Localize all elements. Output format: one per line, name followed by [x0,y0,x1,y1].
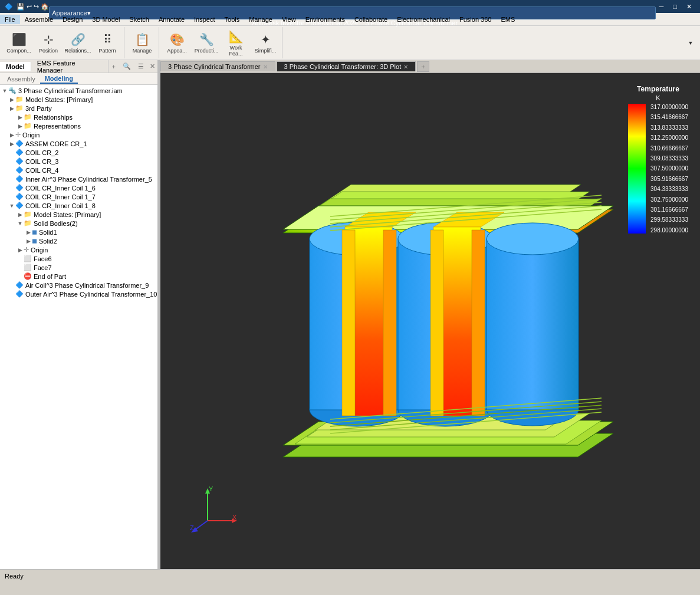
menu-annotate[interactable]: Annotate [154,15,189,24]
assembly-tabs: Assembly Modeling [0,73,157,85]
position-icon: ⊹ [44,32,54,47]
tree-item-coil-cr4[interactable]: 🔷 COIL CR_4 [0,166,157,175]
menu-view[interactable]: View [277,15,301,24]
toolbar-btn-production[interactable]: 🔧 Producti... [192,28,221,58]
tree-item-representations[interactable]: ▶ 📁 Representations [0,121,157,130]
legend-val-8: 304.33333333 [650,186,688,192]
tree-item-solid-bodies[interactable]: ▼ 📁 Solid Bodies(2) [0,219,157,228]
tree-item-model-states[interactable]: ▶ 📁 Model States: [Primary] [0,95,157,104]
face7-label: Face7 [34,264,52,271]
menu-design[interactable]: Design [58,15,87,24]
doc-tab-3dplot[interactable]: 3 Phase Cylindrical Transformer: 3D Plot… [277,61,416,71]
doc-tab-3dplot-close[interactable]: ✕ [403,64,408,70]
status-text: Ready [5,573,24,580]
tree-item-assem-core[interactable]: ▶ 🔷 ASSEM CORE CR_1 [0,139,157,148]
panel-close-icon[interactable]: ✕ [147,61,157,71]
menu-electromechanical[interactable]: Electromechanical [392,15,455,24]
part-icon-2: 🔷 [15,149,24,156]
tree-item-origin[interactable]: ▶ ✛ Origin [0,130,157,139]
toolbar-btn-manage[interactable]: 📋 Manage [128,28,156,58]
minimize-button[interactable]: ─ [656,3,668,10]
panel-menu-icon[interactable]: ☰ [134,61,147,71]
toolbar-btn-appearance[interactable]: 🎨 Appea... [163,28,191,58]
menu-manage[interactable]: Manage [244,15,277,24]
tree-item-coil-inner7[interactable]: 🔷 COIL CR_Inner Coil 1_7 [0,192,157,201]
title-right[interactable]: ─ □ ✕ [656,3,695,11]
tree-item-coil-inner8[interactable]: ▼ 🔷 COIL CR_Inner Coil 1_8 [0,201,157,210]
menu-sketch[interactable]: Sketch [124,15,154,24]
legend-val-5: 309.08333333 [650,155,688,162]
menu-tools[interactable]: Tools [220,15,245,24]
toolbar-btn-pattern[interactable]: ⠿ Pattern [93,28,121,58]
toolbar-btn-component[interactable]: ⬛ Compon... [5,28,33,58]
tree-item-relationships[interactable]: ▶ 📁 Relationships [0,113,157,121]
tree-root[interactable]: ▼ 🔩 3 Phase Cylindrical Transformer.iam [0,86,157,95]
maximize-button[interactable]: □ [669,3,681,10]
part-icon-5: 🔷 [15,175,24,183]
doc-tabs: 3 Phase Cylindrical Transformer ✕ 3 Phas… [160,60,700,73]
tree-item-model-states-2[interactable]: ▶ 📁 Model States: [Primary] [0,210,157,219]
menu-assemble[interactable]: Assemble [20,15,58,24]
tab-modeling[interactable]: Modeling [40,74,78,84]
menu-file[interactable]: File [0,15,20,24]
pattern-icon: ⠿ [103,32,112,47]
tree-item-3rd-party[interactable]: ▶ 📁 3rd Party [0,104,157,113]
close-button[interactable]: ✕ [683,3,695,11]
legend-val-0: 317.00000000 [650,104,688,110]
coil-cr2-label: COIL CR_2 [25,149,58,156]
tree-item-outer-air10[interactable]: 🔷 Outer Air^3 Phase Cylindrical Transfor… [0,290,157,298]
tree-item-coil-cr3[interactable]: 🔷 COIL CR_3 [0,157,157,166]
menu-fusion360[interactable]: Fusion 360 [455,15,496,24]
panel-tab-model[interactable]: Model [0,62,31,71]
root-icon: 🔩 [8,87,17,94]
part-icon-10: 🔷 [15,290,24,298]
quick-access-toolbar: 💾 ↩ ↪ 🏠 [17,3,49,11]
solid1-expand: ▶ [25,229,32,235]
toolbar-btn-workfeature[interactable]: 📐 Work Fea... [222,28,250,58]
doc-tab-main[interactable]: 3 Phase Cylindrical Transformer ✕ [160,61,275,71]
tab-assembly[interactable]: Assembly [2,75,40,83]
relations-icon: 🔗 [71,32,86,47]
tree-item-solid1[interactable]: ▶ ◼ Solid1 [0,228,157,236]
toolbar-btn-position[interactable]: ⊹ Position [34,28,63,58]
tree-item-coil-inner6[interactable]: 🔷 COIL CR_Inner Coil 1_6 [0,183,157,192]
tree-item-coil-cr2[interactable]: 🔷 COIL CR_2 [0,148,157,157]
panel-tab-add[interactable]: + [109,62,119,71]
viewport-3d[interactable]: Temperature K 317.00000000 315.41666667 … [160,73,700,569]
air-coil9-expand [8,282,15,288]
origin2-expand: ▶ [17,247,24,253]
part-icon-7: 🔷 [15,193,24,200]
toolbar-btn-simplify[interactable]: ✦ Simplifi... [251,28,280,58]
face6-expand [17,256,24,262]
menu-environments[interactable]: Environments [301,15,350,24]
tree-item-solid2[interactable]: ▶ ◼ Solid2 [0,236,157,245]
part-icon-8: 🔷 [15,202,24,209]
menu-collaborate[interactable]: Collaborate [350,15,392,24]
panel-search-icon[interactable]: 🔍 [119,61,134,71]
tree-item-face6[interactable]: ⬜ Face6 [0,254,157,263]
doc-tab-main-close[interactable]: ✕ [263,64,268,70]
menu-inspect[interactable]: Inspect [189,15,219,24]
face7-expand [17,265,24,271]
simplify-icon: ✦ [261,32,271,47]
tree-item-air-coil9[interactable]: 🔷 Air Coil^3 Phase Cylindrical Transform… [0,281,157,290]
tree-item-face7[interactable]: ⬜ Face7 [0,263,157,272]
right-cyl-top-ellipse [487,223,579,255]
toolbar-btn-relations[interactable]: 🔗 Relations... [64,28,92,58]
toolbar-btn-dropdown[interactable]: ▼ [683,28,698,58]
menu-ems[interactable]: EMS [496,15,520,24]
3rd-party-label: 3rd Party [25,105,52,112]
tree: ▼ 🔩 3 Phase Cylindrical Transformer.iam … [0,85,157,569]
solid-icon-1: ◼ [32,228,37,236]
tree-item-origin2[interactable]: ▶ ✛ Origin [0,245,157,254]
legend-bar-container: 317.00000000 315.41666667 313.83333333 3… [628,104,688,234]
status-bar: Ready [0,569,700,582]
root-expand-icon: ▼ [1,88,8,94]
menu-3dmodel[interactable]: 3D Model [87,15,124,24]
outer-air10-expand [8,291,15,297]
inner-air5-expand [8,176,15,182]
tree-item-inner-air5[interactable]: 🔷 Inner Air^3 Phase Cylindrical Transfor… [0,175,157,183]
tree-item-end-of-part[interactable]: ⛔ End of Part [0,272,157,281]
doc-tab-add[interactable]: + [417,61,429,72]
panel-tab-ems[interactable]: EMS Feature Manager [31,60,109,75]
